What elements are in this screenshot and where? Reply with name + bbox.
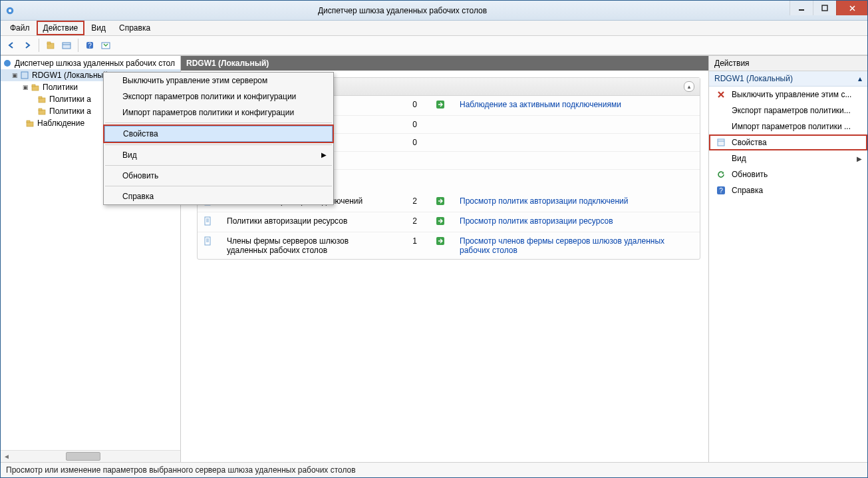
context-menu-item[interactable]: Обновить [104, 168, 333, 184]
help-icon: ? [716, 185, 726, 196]
tree-expander[interactable]: ▣ [21, 84, 30, 91]
action-label: Справка [732, 186, 862, 195]
toolbar-help-button[interactable]: ? [83, 39, 96, 52]
context-menu-item[interactable]: Свойства [104, 126, 333, 142]
svg-rect-14 [32, 85, 35, 87]
minimize-button[interactable] [790, 1, 813, 15]
context-menu-item[interactable]: Справка [104, 188, 333, 204]
folder-icon [25, 118, 35, 128]
tree-policies-label: Политики [43, 83, 78, 92]
tree-root[interactable]: Диспетчер шлюза удаленных рабочих стол [1, 57, 180, 69]
center-header: RDGW1 (Локальный) [181, 56, 708, 71]
window-buttons [790, 1, 867, 20]
stats-row: Политики авторизации ресурсов2Просмотр п… [198, 212, 700, 232]
action-label: Свойства [732, 138, 862, 147]
maximize-button[interactable] [813, 1, 836, 15]
stats-link[interactable]: Просмотр членов фермы серверов шлюзов уд… [460, 236, 664, 255]
status-text: Просмотр или изменение параметров выбран… [6, 465, 356, 475]
tree-item-label: Политики а [49, 95, 91, 104]
app-window: Диспетчер шлюза удаленных рабочих столов… [0, 0, 868, 478]
folder-icon [30, 82, 41, 93]
toolbar-separator [78, 39, 78, 52]
svg-rect-20 [27, 120, 30, 122]
refresh-icon [716, 169, 726, 180]
context-menu: Выключить управление этим серверомЭкспор… [103, 72, 334, 205]
stats-row: Члены фермы серверов шлюзов удаленных ра… [198, 232, 700, 260]
nav-back-button[interactable] [5, 39, 18, 52]
svg-rect-32 [205, 237, 210, 245]
nav-forward-button[interactable] [21, 39, 34, 52]
svg-rect-37 [718, 139, 724, 146]
svg-rect-6 [63, 43, 71, 49]
svg-rect-5 [47, 42, 51, 44]
tree-root-label: Диспетчер шлюза удаленных рабочих стол [15, 59, 175, 68]
action-item[interactable]: Импорт параметров политики ... [709, 119, 867, 134]
statusbar: Просмотр или изменение параметров выбран… [1, 462, 867, 477]
chevron-right-icon: ▶ [321, 151, 327, 158]
svg-point-11 [4, 60, 11, 67]
context-menu-item[interactable]: Вид▶ [104, 147, 333, 163]
toolbar-separator [39, 39, 39, 52]
menu-help[interactable]: Справка [112, 21, 157, 35]
actions-sub-label: RDGW1 (Локальный) [714, 74, 793, 83]
stats-link[interactable]: Наблюдение за активными подключениями [460, 100, 621, 109]
scrollbar-thumb[interactable] [66, 452, 100, 461]
props-icon [716, 137, 726, 148]
tree-server-label: RDGW1 (Локальный) [32, 71, 110, 80]
menubar: Файл Действие Вид Справка [1, 21, 867, 36]
action-label: Выключить управление этим с... [732, 90, 862, 99]
svg-rect-27 [205, 217, 210, 225]
action-label: Вид [732, 154, 851, 163]
actions-head: Действия [709, 56, 867, 71]
menu-view[interactable]: Вид [84, 21, 112, 35]
none-icon [716, 121, 726, 132]
toolbar: ? [1, 36, 867, 55]
context-menu-item[interactable]: Импорт параметров политики и конфигураци… [104, 105, 333, 120]
svg-rect-12 [21, 72, 28, 79]
titlebar: Диспетчер шлюза удаленных рабочих столов [1, 1, 867, 21]
chevron-right-icon: ▶ [857, 155, 862, 162]
action-item[interactable]: Свойства [709, 134, 867, 150]
svg-rect-3 [822, 5, 827, 11]
window-title: Диспетчер шлюза удаленных рабочих столов [15, 6, 790, 15]
action-label: Импорт параметров политики ... [732, 122, 862, 131]
svg-point-1 [9, 9, 11, 11]
action-label: Обновить [732, 170, 862, 179]
menu-file[interactable]: Файл [3, 21, 37, 35]
toolbar-btn-2[interactable] [60, 39, 73, 52]
collapse-icon[interactable]: ▴ [684, 81, 694, 92]
chevron-up-icon: ▴ [858, 74, 862, 83]
toolbar-btn-1[interactable] [44, 39, 57, 52]
none-icon [716, 105, 726, 116]
svg-rect-18 [39, 109, 42, 111]
action-item[interactable]: Обновить [709, 166, 867, 182]
svg-rect-2 [799, 9, 804, 11]
gateway-icon [2, 58, 13, 69]
close-button[interactable] [836, 1, 867, 15]
none-icon [716, 153, 726, 164]
x-icon [716, 89, 726, 100]
context-menu-item[interactable]: Экспорт параметров политики и конфигурац… [104, 89, 333, 105]
toolbar-btn-4[interactable] [99, 39, 112, 52]
action-item[interactable]: Вид▶ [709, 150, 867, 166]
svg-rect-16 [39, 97, 42, 99]
tree-expander[interactable]: ▣ [10, 72, 19, 79]
stats-link[interactable]: Просмотр политик авторизации ресурсов [460, 216, 613, 226]
folder-icon [37, 94, 47, 105]
tree-monitoring-label: Наблюдение [37, 119, 84, 128]
server-icon [19, 70, 30, 81]
action-item[interactable]: Экспорт параметров политики... [709, 103, 867, 119]
action-item[interactable]: Выключить управление этим с... [709, 87, 867, 103]
stats-link[interactable]: Просмотр политик авторизации подключений [460, 196, 629, 206]
tree-item-label: Политики а [49, 107, 91, 116]
tree-h-scrollbar[interactable]: ◄ [1, 450, 180, 462]
context-menu-item[interactable]: Выключить управление этим сервером [104, 73, 333, 89]
actions-pane: Действия RDGW1 (Локальный) ▴ Выключить у… [709, 56, 867, 462]
app-icon [5, 5, 15, 16]
action-label: Экспорт параметров политики... [732, 106, 862, 115]
menu-action[interactable]: Действие [37, 21, 85, 35]
action-item[interactable]: ?Справка [709, 182, 867, 198]
actions-sub[interactable]: RDGW1 (Локальный) ▴ [709, 71, 867, 87]
svg-text:?: ? [719, 187, 723, 194]
action-list: Выключить управление этим с...Экспорт па… [709, 87, 867, 462]
